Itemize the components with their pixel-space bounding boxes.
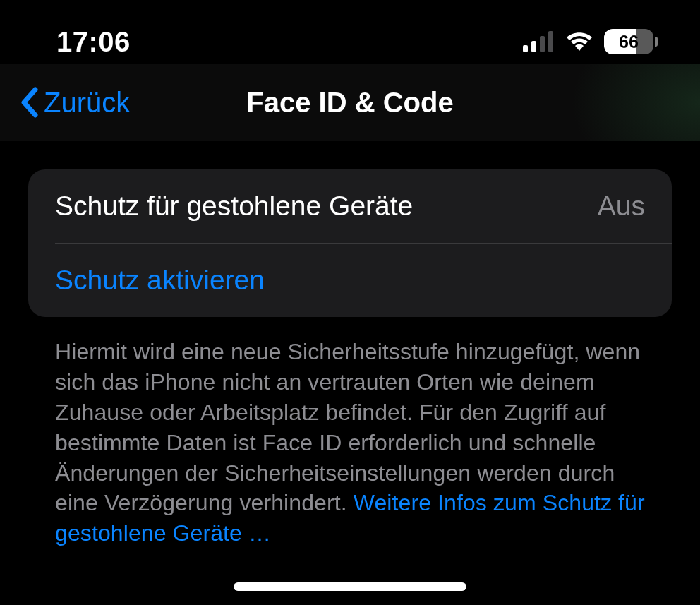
wifi-icon [565, 31, 594, 52]
home-indicator[interactable] [234, 582, 466, 591]
footer-description-text: Hiermit wird eine neue Sicherheitsstufe … [55, 339, 640, 515]
navigation-bar: Zurück Face ID & Code [0, 64, 700, 141]
svg-rect-1 [531, 41, 536, 52]
status-bar: 17:06 66 [0, 0, 700, 64]
status-time: 17:06 [56, 26, 131, 58]
battery-percent: 66 [604, 29, 653, 54]
back-button[interactable]: Zurück [14, 87, 130, 119]
svg-rect-2 [540, 36, 545, 52]
settings-group: Schutz für gestohlene Geräte Aus Schutz … [28, 169, 672, 317]
svg-rect-3 [548, 31, 553, 52]
stolen-device-label: Schutz für gestohlene Geräte [55, 191, 413, 222]
stolen-device-protection-row[interactable]: Schutz für gestohlene Geräte Aus [28, 169, 672, 243]
battery-icon: 66 [604, 29, 658, 54]
back-label: Zurück [44, 87, 130, 119]
svg-rect-0 [523, 45, 528, 52]
stolen-device-value: Aus [598, 191, 645, 222]
cellular-signal-icon [523, 31, 555, 52]
chevron-left-icon [20, 87, 38, 118]
footer-description: Hiermit wird eine neue Sicherheitsstufe … [28, 317, 672, 549]
status-indicators: 66 [523, 29, 658, 54]
content-area: Schutz für gestohlene Geräte Aus Schutz … [0, 141, 700, 549]
activate-protection-button[interactable]: Schutz aktivieren [28, 244, 672, 317]
